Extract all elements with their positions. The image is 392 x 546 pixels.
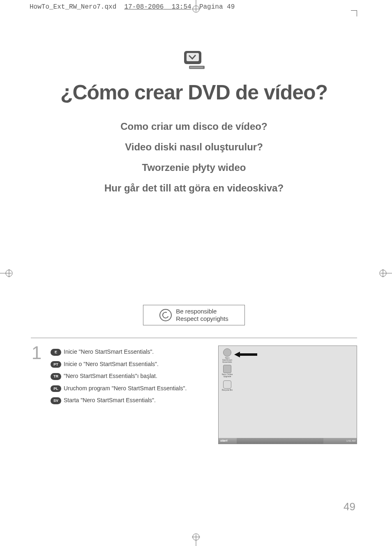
lang-badge-tr: TR bbox=[51, 373, 61, 380]
crop-mark-bottom bbox=[188, 530, 204, 546]
instruction-pt: PTInicie o "Nero StartSmart Essentials". bbox=[51, 360, 210, 369]
header-filename: HowTo_Ext_RW_Nero7.qxd bbox=[30, 3, 116, 11]
svg-marker-16 bbox=[234, 352, 257, 357]
desktop-screenshot: Nero StartSmart Essentials Nero Online U… bbox=[218, 346, 357, 444]
document-header-meta: HowTo_Ext_RW_Nero7.qxd 17-08-2006 13:54 … bbox=[30, 3, 235, 11]
subtitle-pl: Tworzenie płyty wideo bbox=[31, 162, 357, 173]
crop-mark-right bbox=[376, 265, 392, 281]
copyright-box: Be responsible Respect copyrights bbox=[143, 305, 245, 325]
desktop-icon-recycle: Recycle Bin bbox=[221, 380, 233, 391]
copyright-line2: Respect copyrights bbox=[176, 315, 228, 323]
desktop-icon-nero: Nero StartSmart Essentials bbox=[221, 348, 233, 363]
desktop-icon-recycle-label: Recycle Bin bbox=[221, 389, 233, 391]
system-tray: 1:51 AM bbox=[323, 438, 357, 444]
desktop-area: Nero StartSmart Essentials Nero Online U… bbox=[219, 346, 357, 438]
lang-badge-sv: SV bbox=[51, 397, 61, 404]
instruction-text-es: Inicie "Nero StartSmart Essentials". bbox=[64, 348, 154, 355]
divider bbox=[31, 338, 357, 338]
page-number: 49 bbox=[344, 500, 355, 513]
upgrade-icon bbox=[223, 365, 231, 373]
subtitle-sv: Hur går det till att göra en videoskiva? bbox=[31, 182, 357, 194]
instruction-pl: PLUruchom program "Nero StartSmart Essen… bbox=[51, 385, 210, 393]
svg-rect-15 bbox=[190, 67, 203, 68]
page-content: ¿Cómo crear DVD de vídeo? Como criar um … bbox=[31, 12, 357, 513]
step-1: 1 EInicie "Nero StartSmart Essentials". … bbox=[31, 346, 357, 444]
copyright-icon bbox=[159, 309, 172, 321]
step-instructions: EInicie "Nero StartSmart Essentials". PT… bbox=[51, 346, 210, 444]
start-button: start bbox=[219, 438, 237, 444]
svg-rect-13 bbox=[187, 53, 199, 61]
header-page-label: Pagina 49 bbox=[199, 3, 235, 11]
subtitle-tr: Video diski nasıl oluşturulur? bbox=[31, 141, 357, 153]
nero-icon bbox=[223, 348, 231, 357]
instruction-text-pt: Inicie o "Nero StartSmart Essentials". bbox=[64, 361, 159, 367]
instruction-text-pl: Uruchom program "Nero StartSmart Essenti… bbox=[64, 385, 187, 392]
desktop-icon-upgrade-label: Nero Online Upgrade bbox=[221, 373, 233, 378]
recycle-bin-icon bbox=[223, 380, 231, 389]
desktop-icon-upgrade: Nero Online Upgrade bbox=[221, 365, 233, 378]
instruction-sv: SVStarta "Nero StartSmart Essentials". bbox=[51, 396, 210, 405]
lang-badge-pt: PT bbox=[51, 361, 61, 368]
lang-badge-pl: PL bbox=[51, 385, 61, 392]
crop-mark-left bbox=[0, 265, 16, 281]
tv-icon bbox=[31, 49, 357, 73]
instruction-es: EInicie "Nero StartSmart Essentials". bbox=[51, 348, 210, 356]
main-title: ¿Cómo crear DVD de vídeo? bbox=[31, 81, 357, 104]
desktop-icon-nero-label: Nero StartSmart Essentials bbox=[221, 357, 233, 363]
header-time: 13:54 bbox=[172, 3, 191, 11]
instruction-text-tr: "Nero StartSmart Essentials"ı başlat. bbox=[64, 373, 157, 379]
header-date: 17-08-2006 bbox=[124, 3, 164, 11]
copyright-line1: Be responsible bbox=[176, 308, 228, 315]
lang-badge-es: E bbox=[51, 349, 61, 356]
instruction-text-sv: Starta "Nero StartSmart Essentials". bbox=[64, 397, 156, 403]
subtitle-pt: Como criar um disco de vídeo? bbox=[31, 121, 357, 132]
pointer-arrow-icon bbox=[234, 351, 257, 360]
instruction-tr: TR"Nero StartSmart Essentials"ı başlat. bbox=[51, 372, 210, 380]
step-number: 1 bbox=[31, 344, 42, 444]
